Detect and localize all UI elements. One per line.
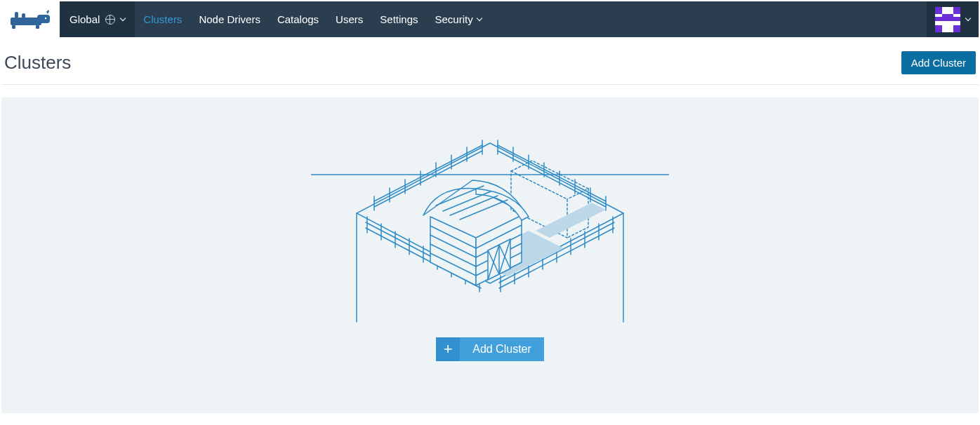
- spacer: [490, 1, 927, 37]
- scope-label: Global: [69, 13, 100, 25]
- nav-item-clusters[interactable]: Clusters: [135, 1, 190, 37]
- rancher-logo-icon: [9, 9, 53, 30]
- svg-point-6: [44, 17, 46, 18]
- svg-line-58: [460, 200, 508, 220]
- nav-item-settings[interactable]: Settings: [371, 1, 426, 37]
- globe-icon: [105, 15, 115, 25]
- svg-rect-2: [36, 25, 39, 29]
- empty-state-illustration: [311, 133, 669, 329]
- nav-item-users[interactable]: Users: [327, 1, 371, 37]
- nav-items: Clusters Node Drivers Catalogs Users Set…: [135, 1, 489, 37]
- svg-rect-5: [37, 15, 50, 23]
- nav-label: Settings: [380, 13, 418, 25]
- plus-icon: +: [436, 337, 460, 361]
- nav-item-security[interactable]: Security: [426, 1, 489, 37]
- logo[interactable]: [1, 1, 60, 37]
- empty-state: + Add Cluster: [1, 97, 979, 413]
- chevron-down-icon: [476, 15, 482, 20]
- svg-rect-4: [22, 13, 25, 18]
- page-header: Clusters Add Cluster: [1, 39, 979, 85]
- nav-item-catalogs[interactable]: Catalogs: [269, 1, 327, 37]
- add-cluster-label: Add Cluster: [460, 337, 544, 361]
- add-cluster-button[interactable]: Add Cluster: [901, 51, 976, 74]
- svg-rect-1: [12, 25, 15, 29]
- chevron-down-icon: [120, 15, 126, 20]
- nav-item-node-drivers[interactable]: Node Drivers: [190, 1, 269, 37]
- nav-label: Security: [435, 13, 472, 25]
- add-cluster-button-center[interactable]: + Add Cluster: [436, 337, 544, 361]
- nav-label: Node Drivers: [199, 13, 260, 25]
- page-title: Clusters: [4, 52, 71, 74]
- topbar: Global Clusters Node Drivers Catalogs Us…: [1, 1, 979, 37]
- user-menu[interactable]: [927, 1, 979, 37]
- scope-selector[interactable]: Global: [60, 1, 135, 37]
- nav-label: Catalogs: [277, 13, 319, 25]
- avatar: [935, 7, 960, 32]
- nav-label: Users: [336, 13, 363, 25]
- svg-rect-0: [11, 18, 41, 25]
- svg-rect-3: [15, 12, 18, 18]
- chevron-down-icon: [965, 15, 971, 20]
- nav-label: Clusters: [143, 13, 182, 25]
